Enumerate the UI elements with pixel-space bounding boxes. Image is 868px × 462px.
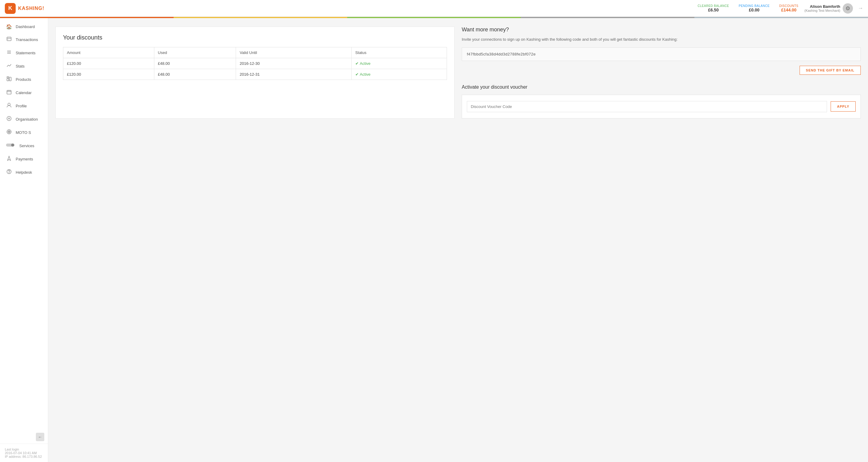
sidebar-item-helpdesk[interactable]: Helpdesk [0, 166, 48, 179]
color-seg-3 [347, 17, 521, 18]
helpdesk-icon [6, 169, 12, 175]
sidebar-item-calendar[interactable]: Calendar [0, 86, 48, 99]
right-panel: Want more money? Invite your connections… [462, 27, 861, 118]
last-login-label: Last login [5, 447, 43, 451]
sidebar-collapse-area: ← [0, 430, 48, 443]
want-more-desc: Invite your connections to sign up on Ka… [462, 36, 861, 42]
col-used: Used [154, 47, 236, 58]
want-more-title: Want more money? [462, 27, 861, 33]
products-icon [6, 76, 12, 83]
organisation-icon [6, 116, 12, 122]
sidebar-label-profile: Profile [16, 104, 27, 108]
user-name: Alison Bamforth [804, 4, 840, 9]
topbar-user: Alison Bamforth (Kashing Test Merchant) … [804, 3, 863, 13]
send-gift-button[interactable]: SEND THE GIFT BY EMAIL [800, 66, 861, 75]
sidebar-label-stats: Stats [16, 64, 25, 68]
user-sub: (Kashing Test Merchant) [804, 9, 840, 12]
sidebar-label-transactions: Transactions [16, 37, 38, 42]
sidebar-label-motos: MOTO S [16, 130, 31, 135]
sidebar-item-organisation[interactable]: Organisation [0, 113, 48, 126]
color-seg-4 [521, 17, 694, 18]
sidebar: 🏠 Dashboard Transactions Statements Stat… [0, 18, 48, 462]
stats-icon [6, 63, 12, 69]
sidebar-footer: Last login 2016-07-04 10:41 AM IP addres… [0, 443, 48, 462]
sidebar-item-dashboard[interactable]: 🏠 Dashboard [0, 21, 48, 33]
table-row: £120.00 £48.00 2016-12-31 ✔Active [63, 69, 447, 80]
cell-valid-until: 2016-12-31 [236, 69, 352, 80]
svg-rect-7 [7, 77, 9, 78]
svg-point-1 [7, 39, 8, 40]
calendar-icon [6, 89, 12, 96]
apply-button[interactable]: APPLY [831, 101, 856, 112]
sidebar-collapse-button[interactable]: ← [36, 433, 44, 441]
topbar: K KASHING! CLEARED BALANCE £6.50 PENDING… [0, 0, 868, 17]
color-seg-1 [0, 17, 174, 18]
last-login-date: 2016-07-04 10:41 AM [5, 451, 43, 455]
svg-point-13 [7, 116, 11, 121]
content-grid: Your discounts Amount Used Valid Until S… [56, 27, 861, 118]
sidebar-label-helpdesk: Helpdesk [16, 170, 32, 175]
sidebar-item-payments[interactable]: Payments [0, 152, 48, 166]
avatar: ⚙ [843, 3, 853, 13]
svg-rect-8 [7, 90, 11, 94]
cell-status: ✔Active [351, 69, 447, 80]
sidebar-item-motos[interactable]: MOTO S [0, 126, 48, 139]
voucher-area: APPLY [462, 95, 861, 118]
svg-point-14 [8, 118, 10, 119]
pending-balance-label: PENDING BALANCE [739, 4, 770, 7]
cell-amount: £120.00 [63, 58, 154, 69]
cleared-balance-value: £6.50 [698, 7, 729, 12]
sidebar-item-stats[interactable]: Stats [0, 59, 48, 73]
transactions-icon [6, 36, 12, 43]
sidebar-item-services[interactable]: Services [0, 139, 48, 152]
cell-used: £48.00 [154, 69, 236, 80]
sidebar-item-transactions[interactable]: Transactions [0, 33, 48, 46]
svg-point-18 [11, 144, 14, 147]
svg-rect-0 [7, 37, 11, 41]
svg-rect-6 [9, 77, 11, 81]
svg-point-12 [8, 103, 10, 106]
color-seg-2 [174, 17, 347, 18]
col-status: Status [351, 47, 447, 58]
col-valid-until: Valid Until [236, 47, 352, 58]
sidebar-label-statements: Statements [16, 51, 36, 55]
profile-icon [6, 103, 12, 109]
cell-valid-until: 2016-12-30 [236, 58, 352, 69]
svg-marker-19 [7, 156, 10, 161]
color-seg-5 [694, 17, 868, 18]
table-row: £120.00 £48.00 2016-12-30 ✔Active [63, 58, 447, 69]
sidebar-label-services: Services [19, 144, 34, 148]
pending-balance: PENDING BALANCE £0.00 [739, 4, 770, 12]
discounts-table: Amount Used Valid Until Status £120.00 £… [63, 47, 447, 80]
discounts-balance: DISCOUNTS £144.00 [779, 4, 798, 12]
logo-text: KASHING! [18, 6, 44, 11]
referral-code-box: f47fbbd5cfa38d4dd3d2788fe2bf072e [462, 47, 861, 61]
home-icon: 🏠 [6, 24, 12, 30]
logo-icon: K [5, 3, 16, 14]
voucher-input[interactable] [467, 101, 827, 112]
sidebar-item-statements[interactable]: Statements [0, 46, 48, 59]
activate-title: Activate your discount voucher [462, 84, 861, 90]
discounts-title: Your discounts [63, 34, 447, 41]
payments-icon [6, 155, 12, 162]
discounts-label: DISCOUNTS [779, 4, 798, 7]
table-header-row: Amount Used Valid Until Status [63, 47, 447, 58]
cell-used: £48.00 [154, 58, 236, 69]
cleared-balance: CLEARED BALANCE £6.50 [698, 4, 729, 12]
topbar-balances: CLEARED BALANCE £6.50 PENDING BALANCE £0… [698, 4, 798, 12]
logo-area: K KASHING! [5, 3, 53, 14]
discounts-value: £144.00 [779, 7, 798, 12]
main-content: Your discounts Amount Used Valid Until S… [48, 19, 868, 462]
sidebar-item-profile[interactable]: Profile [0, 99, 48, 113]
sidebar-item-products[interactable]: Products [0, 73, 48, 86]
cell-status: ✔Active [351, 58, 447, 69]
col-amount: Amount [63, 47, 154, 58]
cleared-balance-label: CLEARED BALANCE [698, 4, 729, 7]
sidebar-label-organisation: Organisation [16, 117, 38, 121]
svg-rect-5 [7, 79, 9, 81]
cell-amount: £120.00 [63, 69, 154, 80]
sidebar-label-payments: Payments [16, 157, 33, 161]
pending-balance-value: £0.00 [739, 7, 770, 12]
ip-address: IP address: 86.173.86.52 [5, 455, 43, 458]
logout-icon[interactable]: → [858, 5, 863, 11]
